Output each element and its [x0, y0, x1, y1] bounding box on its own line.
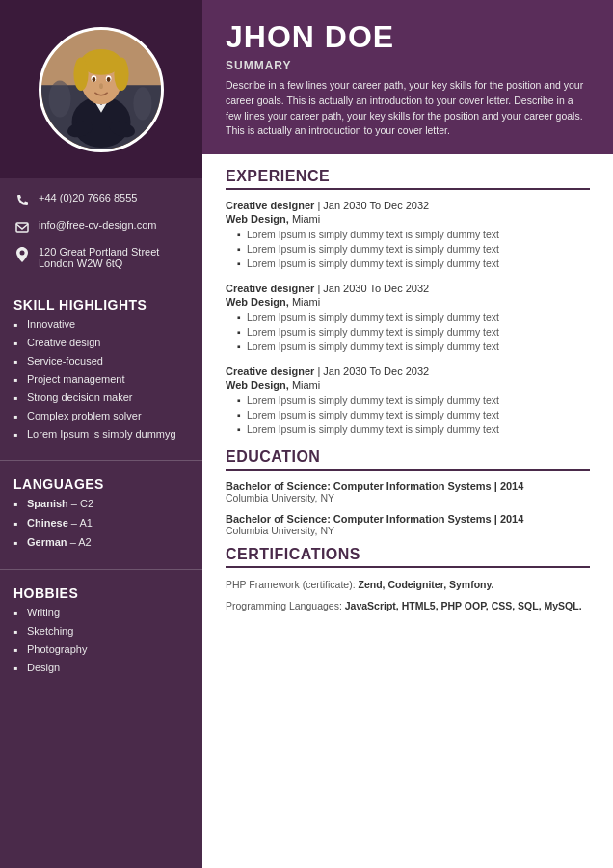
- skill-highlights-title: SKILL HIGHLIGHTS: [0, 285, 202, 318]
- profile-photo-container: [0, 0, 202, 178]
- experience-entry: Creative designer | Jan 2030 To Dec 2032…: [226, 283, 590, 352]
- language-item: German – A2: [13, 536, 189, 548]
- experience-entry: Creative designer | Jan 2030 To Dec 2032…: [226, 366, 590, 435]
- location-icon: [13, 246, 31, 263]
- certifications-section-title: CERTIFICATIONS: [226, 546, 590, 568]
- bullet-item: Lorem Ipsum is simply dummy text is simp…: [237, 394, 590, 406]
- phone-icon: [13, 192, 31, 209]
- email-icon: [13, 219, 31, 236]
- summary-title: SUMMARY: [226, 59, 590, 72]
- hobby-item: Sketching: [13, 625, 189, 637]
- skill-item: Creative design: [13, 337, 189, 348]
- exp-role: Creative designer | Jan 2030 To Dec 2032: [226, 200, 590, 211]
- svg-point-11: [107, 77, 111, 82]
- exp-bullets: Lorem Ipsum is simply dummy text is simp…: [226, 229, 590, 269]
- edu-degree: Bachelor of Science: Computer Informatio…: [226, 513, 590, 525]
- certification-entry: Programming Languages: JavaScript, HTML5…: [226, 599, 590, 614]
- svg-point-18: [20, 251, 25, 256]
- skill-item: Lorem Ipsum is simply dummyg: [13, 428, 189, 440]
- skill-item: Complex problem solver: [13, 410, 189, 421]
- edu-school: Columbia University, NY: [226, 525, 590, 536]
- hobbies-list: Writing Sketching Photography Design: [0, 607, 202, 690]
- languages-title: LANGUAGES: [0, 465, 202, 498]
- bullet-item: Lorem Ipsum is simply dummy text is simp…: [237, 423, 590, 435]
- main-body: EXPERIENCE Creative designer | Jan 2030 …: [202, 154, 613, 634]
- language-item: Spanish – C2: [13, 498, 189, 509]
- main-header: JHON DOE SUMMARY Describe in a few lines…: [202, 0, 613, 154]
- sidebar: +44 (0)20 7666 8555 info@free-cv-design.…: [0, 0, 202, 868]
- bullet-item: Lorem Ipsum is simply dummy text is simp…: [237, 340, 590, 352]
- address-contact: 120 Great Portland Street London W2W 6tQ: [13, 246, 189, 269]
- svg-point-16: [133, 87, 151, 120]
- exp-bullets: Lorem Ipsum is simply dummy text is simp…: [226, 312, 590, 352]
- profile-photo: [39, 27, 164, 152]
- exp-role: Creative designer | Jan 2030 To Dec 2032: [226, 366, 590, 377]
- email-contact: info@free-cv-design.com: [13, 219, 189, 236]
- phone-number: +44 (0)20 7666 8555: [39, 192, 137, 203]
- address-text: 120 Great Portland Street London W2W 6tQ: [39, 246, 159, 269]
- edu-school: Columbia University, NY: [226, 492, 590, 503]
- education-section-title: EDUCATION: [226, 448, 590, 471]
- svg-point-12: [99, 83, 103, 89]
- edu-degree: Bachelor of Science: Computer Informatio…: [226, 480, 590, 492]
- svg-point-15: [49, 80, 71, 117]
- summary-text: Describe in a few lines your career path…: [226, 78, 590, 139]
- education-entry: Bachelor of Science: Computer Informatio…: [226, 513, 590, 536]
- exp-company: Web Design, Miami: [226, 379, 590, 391]
- certification-entry: PHP Framework (certificate): Zend, Codei…: [226, 578, 590, 593]
- skill-item: Strong decision maker: [13, 392, 189, 403]
- address-line1: 120 Great Portland Street: [39, 246, 159, 258]
- exp-company: Web Design, Miami: [226, 296, 590, 308]
- exp-bullets: Lorem Ipsum is simply dummy text is simp…: [226, 394, 590, 435]
- exp-company: Web Design, Miami: [226, 213, 590, 225]
- skill-highlights-section: SKILL HIGHLIGHTS Innovative Creative des…: [0, 285, 202, 456]
- skill-list: Innovative Creative design Service-focus…: [0, 318, 202, 456]
- candidate-name: JHON DOE: [226, 19, 590, 55]
- svg-point-10: [92, 77, 95, 82]
- hobby-item: Writing: [13, 607, 189, 618]
- bullet-item: Lorem Ipsum is simply dummy text is simp…: [237, 229, 590, 240]
- phone-contact: +44 (0)20 7666 8555: [13, 192, 189, 209]
- education-entry: Bachelor of Science: Computer Informatio…: [226, 480, 590, 503]
- email-address: info@free-cv-design.com: [39, 219, 156, 231]
- contact-section: +44 (0)20 7666 8555 info@free-cv-design.…: [0, 178, 202, 285]
- hobby-item: Photography: [13, 643, 189, 655]
- bullet-item: Lorem Ipsum is simply dummy text is simp…: [237, 243, 590, 255]
- bullet-item: Lorem Ipsum is simply dummy text is simp…: [237, 312, 590, 323]
- hobbies-section: HOBBIES Writing Sketching Photography De…: [0, 574, 202, 690]
- svg-point-7: [114, 57, 128, 90]
- main-content: JHON DOE SUMMARY Describe in a few lines…: [202, 0, 613, 868]
- language-item: Chinese – A1: [13, 517, 189, 529]
- svg-point-6: [73, 57, 88, 90]
- hobbies-title: HOBBIES: [0, 574, 202, 607]
- languages-section: LANGUAGES Spanish – C2 Chinese – A1 Germ…: [0, 465, 202, 565]
- skill-item: Innovative: [13, 318, 189, 330]
- svg-rect-17: [16, 223, 28, 232]
- bullet-item: Lorem Ipsum is simply dummy text is simp…: [237, 258, 590, 269]
- bullet-item: Lorem Ipsum is simply dummy text is simp…: [237, 409, 590, 420]
- experience-section-title: EXPERIENCE: [226, 168, 590, 190]
- skill-item: Service-focused: [13, 355, 189, 366]
- experience-entry: Creative designer | Jan 2030 To Dec 2032…: [226, 200, 590, 269]
- skill-item: Project management: [13, 373, 189, 385]
- address-line2: London W2W 6tQ: [39, 258, 159, 269]
- exp-role: Creative designer | Jan 2030 To Dec 2032: [226, 283, 590, 294]
- hobby-item: Design: [13, 662, 189, 673]
- bullet-item: Lorem Ipsum is simply dummy text is simp…: [237, 326, 590, 338]
